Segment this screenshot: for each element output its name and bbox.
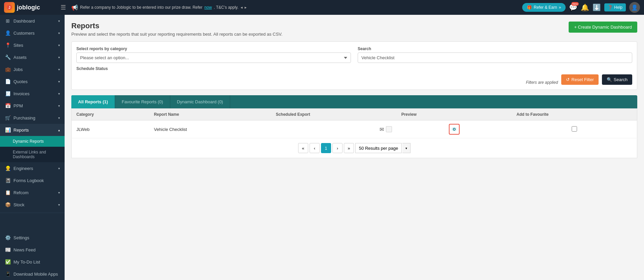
sidebar-sub-external-links[interactable]: External Links and Dashboards bbox=[0, 147, 65, 162]
logo-text: joblogic bbox=[17, 4, 40, 11]
engineers-icon: 👷 bbox=[5, 166, 11, 171]
chevron-jobs: ▾ bbox=[58, 68, 60, 71]
help-icon: ❓ bbox=[608, 5, 613, 10]
assets-icon: 🔧 bbox=[5, 55, 11, 60]
mail-schedule-icon[interactable]: ✉ bbox=[380, 126, 384, 133]
sidebar-sub-external-links-label: External Links and Dashboards bbox=[13, 150, 60, 159]
sidebar-item-customers[interactable]: 👤 Customers ▾ bbox=[0, 27, 65, 39]
dashboard-icon: ⊞ bbox=[5, 18, 11, 24]
page-prev-button[interactable]: ‹ bbox=[310, 143, 320, 153]
preview-button[interactable] bbox=[449, 124, 460, 135]
reset-filter-button[interactable]: ↺ Reset Filter bbox=[561, 74, 598, 85]
refer-earn-button[interactable]: 🎁 Refer & Earn » bbox=[522, 3, 566, 12]
cell-category: JLWeb bbox=[72, 120, 149, 138]
sidebar-label-stock: Stock bbox=[13, 202, 25, 207]
topbar-actions: 🎁 Refer & Earn » 💬 New 🔔 ⬇️ ❓ Help 👤 bbox=[522, 2, 640, 13]
promo-expand-icon[interactable]: ◂ bbox=[241, 5, 243, 10]
sidebar-label-dashboard: Dashboard bbox=[13, 19, 35, 24]
sidebar-item-todo[interactable]: ✅ My To-Do List bbox=[0, 256, 65, 268]
col-category: Category bbox=[72, 109, 149, 120]
sidebar-item-forms-logbook[interactable]: 📓 Forms Logbook bbox=[0, 174, 65, 186]
notifications-button[interactable]: 🔔 bbox=[581, 3, 589, 11]
sidebar-item-sites[interactable]: 📍 Sites ▾ bbox=[0, 39, 65, 51]
chevron-quotes: ▾ bbox=[58, 80, 60, 83]
promo-text: Refer a company to Joblogic to be entere… bbox=[80, 5, 203, 10]
tab-all-reports[interactable]: All Reports (1) bbox=[71, 95, 115, 108]
sidebar-label-todo: My To-Do List bbox=[13, 259, 40, 265]
page-next-button[interactable]: › bbox=[332, 143, 343, 153]
sidebar-item-dashboard[interactable]: ⊞ Dashboard ▾ bbox=[0, 15, 65, 27]
sidebar-label-forms-logbook: Forms Logbook bbox=[13, 178, 44, 183]
help-button[interactable]: ❓ Help bbox=[604, 3, 626, 11]
sidebar: ⊞ Dashboard ▾ 👤 Customers ▾ 📍 Sites ▾ 🔧 … bbox=[0, 15, 65, 280]
reset-filter-label: Reset Filter bbox=[571, 77, 594, 82]
stock-icon: 📦 bbox=[5, 202, 11, 207]
chevron-invoices: ▾ bbox=[58, 92, 60, 96]
promo-suffix: . T&C's apply. bbox=[214, 5, 239, 10]
search-button[interactable]: 🔍 Search bbox=[602, 74, 632, 85]
sidebar-sub-dynamic-reports[interactable]: Dynamic Reports bbox=[0, 136, 65, 147]
mobile-icon: 📱 bbox=[5, 271, 11, 277]
sidebar-label-sites: Sites bbox=[13, 43, 23, 48]
sidebar-item-invoices[interactable]: 🧾 Invoices ▾ bbox=[0, 88, 65, 100]
content-header: Reports Preview and select the reports t… bbox=[71, 22, 637, 37]
download-button[interactable]: ⬇️ bbox=[593, 3, 601, 11]
topbar: J joblogic ☰ 📢 Refer a company to Joblog… bbox=[0, 0, 644, 15]
sidebar-label-customers: Customers bbox=[13, 31, 35, 36]
tab-all-reports-label: All Reports (1) bbox=[78, 99, 108, 104]
sidebar-item-jobs[interactable]: 💼 Jobs ▾ bbox=[0, 63, 65, 75]
menu-hamburger-icon[interactable]: ☰ bbox=[61, 4, 66, 11]
create-dynamic-dashboard-button[interactable]: + Create Dynamic Dashboard bbox=[569, 22, 637, 33]
csv-schedule-icon[interactable] bbox=[386, 126, 392, 132]
sidebar-item-purchasing[interactable]: 🛒 Purchasing ▾ bbox=[0, 112, 65, 124]
category-select[interactable]: Please select an option... bbox=[76, 53, 351, 63]
sidebar-item-assets[interactable]: 🔧 Assets ▾ bbox=[0, 51, 65, 63]
page-last-button[interactable]: » bbox=[344, 143, 354, 153]
new-badge: New bbox=[571, 2, 579, 6]
page-1-button[interactable]: 1 bbox=[321, 143, 331, 153]
cell-favourite bbox=[512, 120, 637, 138]
table-row: JLWeb Vehicle Checklist ✉ bbox=[72, 120, 637, 138]
chevron-ppm: ▾ bbox=[58, 104, 60, 108]
messages-button[interactable]: 💬 New bbox=[569, 3, 577, 11]
refcom-icon: 📋 bbox=[5, 190, 11, 195]
sidebar-label-ppm: PPM bbox=[13, 103, 23, 108]
content-area: Reports Preview and select the reports t… bbox=[65, 15, 644, 280]
promo-collapse-icon[interactable]: ▸ bbox=[245, 5, 247, 10]
sidebar-label-assets: Assets bbox=[13, 55, 27, 60]
sidebar-label-refcom: Refcom bbox=[13, 190, 29, 195]
sidebar-label-download-mobile: Download Mobile Apps bbox=[13, 272, 58, 277]
forms-logbook-icon: 📓 bbox=[5, 178, 11, 183]
search-filter-group: Search bbox=[358, 46, 632, 63]
promo-link[interactable]: now bbox=[205, 5, 212, 10]
tab-favourite-reports[interactable]: Favourite Reports (0) bbox=[115, 95, 170, 108]
search-input[interactable] bbox=[358, 53, 632, 63]
page-subtitle: Preview and select the reports that suit… bbox=[71, 32, 282, 37]
col-report-name: Report Name bbox=[149, 109, 271, 120]
sidebar-item-download-mobile[interactable]: 📱 Download Mobile Apps bbox=[0, 268, 65, 280]
user-avatar[interactable]: 👤 bbox=[629, 2, 640, 13]
page-first-button[interactable]: « bbox=[298, 143, 308, 153]
sidebar-item-news-feed[interactable]: 📰 News Feed bbox=[0, 244, 65, 256]
sidebar-item-settings[interactable]: ⚙️ Settings bbox=[0, 232, 65, 244]
tab-dynamic-dashboard[interactable]: Dynamic Dashboard (0) bbox=[170, 95, 230, 108]
help-label: Help bbox=[614, 5, 622, 10]
svg-text:J: J bbox=[8, 6, 10, 9]
sidebar-item-refcom[interactable]: 📋 Refcom ▾ bbox=[0, 186, 65, 199]
logo: J joblogic bbox=[4, 2, 58, 13]
sidebar-item-stock[interactable]: 📦 Stock ▾ bbox=[0, 199, 65, 211]
sidebar-item-quotes[interactable]: 📄 Quotes ▾ bbox=[0, 75, 65, 88]
sidebar-bottom: ⚙️ Settings 📰 News Feed ✅ My To-Do List … bbox=[0, 232, 65, 280]
sidebar-item-reports[interactable]: 📊 Reports ▴ bbox=[0, 124, 65, 136]
favourite-checkbox[interactable] bbox=[572, 126, 577, 132]
tab-favourite-reports-label: Favourite Reports (0) bbox=[122, 99, 163, 104]
sidebar-item-ppm[interactable]: 📅 PPM ▾ bbox=[0, 100, 65, 112]
promo-bar: 📢 Refer a company to Joblogic to be ente… bbox=[71, 4, 520, 11]
per-page-dropdown-button[interactable]: ▾ bbox=[402, 143, 410, 153]
sidebar-item-engineers[interactable]: 👷 Engineers ▾ bbox=[0, 162, 65, 174]
search-icon: 🔍 bbox=[607, 77, 612, 82]
gift-icon: 🎁 bbox=[527, 5, 532, 10]
invoices-icon: 🧾 bbox=[5, 91, 11, 96]
sidebar-label-news-feed: News Feed bbox=[13, 247, 36, 252]
chevron-customers: ▾ bbox=[58, 31, 60, 35]
